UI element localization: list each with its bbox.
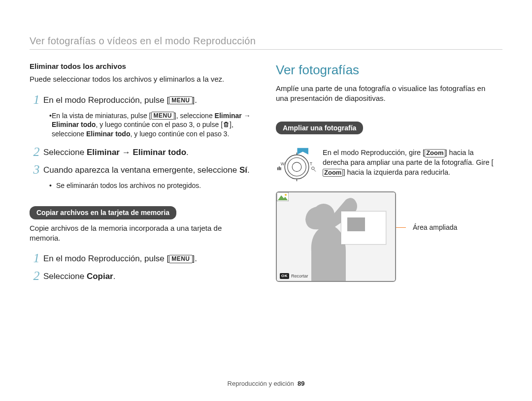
delete-all-intro: Puede seleccionar todos los archivos y e… [30,74,251,84]
t: Copiar [87,272,113,281]
zoom-overlay-inner [347,217,365,231]
screen-illustration: OKRecortar Área ampliada [276,191,498,282]
right-column: Ver fotografías Amplíe una parte de una … [276,62,498,282]
svg-rect-7 [277,168,278,171]
delete-step3-sub: • Se eliminarán todos los archivos no pr… [49,181,251,190]
menu-icon: MENU [169,96,192,104]
bullet-dot: • [49,181,56,190]
dial-t-label: T [310,162,312,167]
t: Seleccione [43,148,87,157]
picture-icon [277,192,289,201]
step-number-2: 2 [30,270,43,282]
t: . [186,148,189,157]
footer-section: Reproducción y edición [228,380,294,387]
trash-icon [223,121,230,128]
camera-screen: OKRecortar [276,191,396,282]
t: → [120,148,133,157]
copy-intro: Copie archivos de la memoria incorporada… [30,223,251,244]
t: . [247,165,250,175]
t: ]. [193,254,197,263]
step-number-1: 1 [30,252,43,265]
step-number-1: 1 [30,93,43,106]
view-photos-intro: Amplíe una parte de una fotografía o vis… [276,84,498,104]
view-photos-title: Ver fotografías [276,62,498,79]
copy-step-2: 2 Seleccione Copiar. [30,270,251,282]
svg-point-0 [285,155,309,179]
step-number-2: 2 [30,146,43,158]
delete-step3-text: Cuando aparezca la ventana emergente, se… [43,165,250,176]
crop-label: OKRecortar [280,273,308,279]
zoom-instructions: W T En el modo Reproducción, gire [Zoom]… [276,146,498,181]
delete-sub-text2: Se eliminarán todos los archivos no prot… [56,181,201,190]
zoom-text: En el modo Reproducción, gire [Zoom] hac… [323,148,498,177]
t: En el modo Reproducción, pulse [ [43,254,169,263]
t: Sí [239,165,247,175]
delete-step1-text: En el modo Reproducción, pulse [MENU]. [43,95,197,106]
delete-step2-text: Seleccione Eliminar → Eliminar todo. [43,147,189,158]
t: Eliminar [87,148,120,157]
step1-post: ]. [193,95,197,105]
t: → [242,112,251,120]
delete-step1-sub: • En la vista de miniaturas, pulse [MENU… [49,111,251,139]
callout-label: Área ampliada [413,223,457,232]
svg-point-1 [288,158,306,177]
t: Eliminar todo [133,148,186,157]
step-number-3: 3 [30,163,43,176]
zoom-label-box: Zoom [323,169,343,177]
menu-icon: MENU [169,255,192,263]
svg-rect-9 [280,168,281,171]
t: Eliminar [215,112,242,120]
t: Eliminar todo [86,130,130,138]
copy-step1-text: En el modo Reproducción, pulse [MENU]. [43,253,197,265]
t: , y luego continúe con el paso 3. [130,130,229,138]
delete-sub-text: En la vista de miniaturas, pulse [MENU],… [52,111,251,139]
left-column: Eliminar todos los archivos Puede selecc… [30,62,251,287]
header-divider [30,49,502,50]
svg-point-11 [313,204,334,225]
ok-icon: OK [280,273,289,279]
svg-point-14 [285,194,287,196]
footer-page-number: 89 [298,380,304,387]
delete-step-3: 3 Cuando aparezca la ventana emergente, … [30,163,251,176]
menu-icon: MENU [151,112,174,120]
t: Eliminar todo [52,121,96,128]
delete-all-heading: Eliminar todos los archivos [30,62,251,71]
t: . [113,272,116,281]
svg-rect-8 [279,167,280,171]
zoom-overlay-box [341,211,386,245]
breadcrumb-title: Ver fotografías o vídeos en el modo Repr… [30,34,256,48]
page-footer: Reproducción y edición 89 [0,379,532,388]
t: En la vista de miniaturas, pulse [ [52,112,151,120]
zoom-label-box: Zoom [425,149,445,157]
enlarge-pill: Ampliar una fotografía [276,122,363,135]
t: ], seleccione [174,112,215,120]
dial-w-label: W [281,162,285,167]
t: En el modo Reproducción, gire [ [323,149,425,156]
t: Cuando aparezca la ventana emergente, se… [43,165,239,175]
svg-line-6 [314,170,316,172]
t: Seleccione [43,272,87,281]
recortar-text: Recortar [291,274,308,278]
step1-pre: En el modo Reproducción, pulse [ [43,95,169,105]
zoom-dial-icon: W T [276,146,318,181]
svg-point-2 [292,162,301,172]
t: ] hacia la izquierda para reducirla. [343,168,450,176]
delete-step-2: 2 Seleccione Eliminar → Eliminar todo. [30,146,251,158]
copy-step-1: 1 En el modo Reproducción, pulse [MENU]. [30,252,251,265]
delete-step-1: 1 En el modo Reproducción, pulse [MENU]. [30,93,251,106]
svg-point-5 [312,167,315,170]
t: , y luego continúe con el paso 3, o puls… [96,121,223,128]
copy-pill: Copiar archivos en la tarjeta de memoria [30,206,176,219]
copy-step2-text: Seleccione Copiar. [43,271,115,282]
